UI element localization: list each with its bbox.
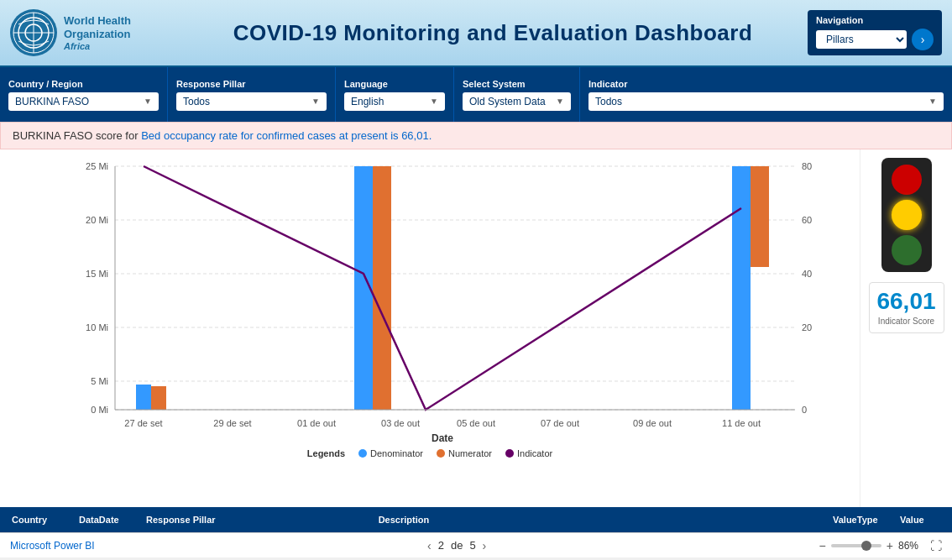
svg-text:60: 60: [802, 215, 812, 225]
nav-dropdown[interactable]: Pillars Countries Indicators: [816, 30, 907, 49]
svg-text:10 Mi: 10 Mi: [86, 322, 108, 332]
powerbi-link[interactable]: Microsoft Power BI: [10, 540, 95, 552]
select-system-group: Select System Old System Data ▼: [454, 67, 580, 122]
svg-text:0 Mi: 0 Mi: [91, 405, 108, 415]
traffic-light-green: [892, 235, 922, 265]
svg-text:05 de out: 05 de out: [457, 418, 495, 428]
svg-rect-23: [151, 386, 166, 410]
svg-text:Date: Date: [432, 432, 453, 443]
alert-prefix: BURKINA FASO score for: [13, 129, 141, 142]
svg-text:20: 20: [802, 322, 812, 332]
indicator-label: Indicator: [588, 79, 944, 89]
svg-text:29 de set: 29 de set: [213, 418, 251, 428]
select-system-value: Old System Data: [469, 96, 546, 107]
chart-area: 25 Mi 20 Mi 15 Mi 10 Mi 5 Mi 0 Mi 80 60 …: [0, 149, 860, 507]
country-region-select[interactable]: BURKINA FASO ▼: [8, 92, 159, 111]
pagination: ‹ 2 de 5 ›: [95, 539, 819, 552]
response-pillar-label: Response Pillar: [176, 79, 327, 89]
svg-rect-22: [136, 385, 151, 410]
page-next-button[interactable]: ›: [483, 539, 487, 552]
chevron-down-icon: ▼: [430, 97, 438, 106]
response-pillar-group: Response Pillar Todos ▼: [168, 67, 336, 122]
filter-bar: Country / Region BURKINA FASO ▼ Response…: [0, 67, 952, 122]
denominator-label: Denominator: [370, 448, 423, 458]
response-pillar-select[interactable]: Todos ▼: [176, 92, 327, 111]
indicator-label: Indicator: [517, 448, 552, 458]
chevron-down-icon: ▼: [144, 97, 152, 106]
zoom-out-button[interactable]: −: [819, 539, 826, 552]
svg-rect-26: [732, 166, 751, 410]
chart-svg: 25 Mi 20 Mi 15 Mi 10 Mi 5 Mi 0 Mi 80 60 …: [8, 158, 851, 443]
response-pillar-value: Todos: [183, 96, 210, 107]
org-name-line1: World Health: [64, 14, 131, 28]
org-region: Africa: [64, 41, 131, 51]
svg-text:15 Mi: 15 Mi: [86, 269, 108, 279]
svg-text:80: 80: [802, 161, 812, 171]
zoom-in-button[interactable]: +: [887, 539, 893, 552]
select-system-label: Select System: [463, 79, 571, 89]
svg-text:11 de out: 11 de out: [722, 418, 761, 428]
nav-label: Navigation: [816, 15, 934, 25]
indicator-value: Todos: [595, 96, 622, 107]
chevron-down-icon: ▼: [556, 97, 564, 106]
score-value: 66,01: [876, 290, 937, 313]
alert-link[interactable]: Bed occupancy rate for confirmed cases a…: [141, 129, 432, 142]
language-select[interactable]: English ▼: [344, 92, 445, 111]
chevron-down-icon: ▼: [311, 97, 320, 106]
svg-rect-27: [751, 166, 769, 267]
denominator-dot: [358, 449, 367, 458]
chart-legend: Legends Denominator Numerator Indicator: [8, 448, 851, 458]
table-header: Country DataDate Response Pillar Descrip…: [0, 507, 952, 532]
th-description: Description: [374, 515, 828, 525]
legend-numerator: Numerator: [437, 448, 492, 458]
svg-text:27 de set: 27 de set: [124, 418, 162, 428]
nav-arrow-button[interactable]: ›: [912, 29, 934, 50]
svg-text:20 Mi: 20 Mi: [86, 215, 108, 225]
svg-text:25 Mi: 25 Mi: [86, 161, 108, 171]
country-region-value: BURKINA FASO: [15, 96, 89, 107]
indicator-select[interactable]: Todos ▼: [588, 92, 944, 111]
language-value: English: [351, 96, 384, 107]
chevron-down-icon: ▼: [928, 97, 937, 106]
numerator-dot: [437, 449, 445, 458]
page-current: 2: [438, 539, 444, 552]
traffic-light-yellow: [892, 200, 922, 230]
who-logo: [10, 9, 57, 56]
svg-text:07 de out: 07 de out: [541, 418, 579, 428]
nav-controls: Pillars Countries Indicators ›: [816, 29, 934, 50]
page-of: de: [451, 539, 463, 552]
app-header: World Health Organization Africa COVID-1…: [0, 0, 952, 67]
alert-bar: BURKINA FASO score for Bed occupancy rat…: [0, 122, 952, 149]
expand-icon[interactable]: ⛶: [930, 539, 942, 552]
page-total: 5: [469, 539, 475, 552]
th-datadate: DataDate: [74, 515, 141, 525]
svg-text:40: 40: [802, 269, 812, 279]
svg-text:01 de out: 01 de out: [297, 418, 336, 428]
indicator-group: Indicator Todos ▼: [580, 67, 952, 122]
svg-text:0: 0: [802, 405, 807, 415]
th-value: Value: [895, 515, 945, 525]
main-content: 25 Mi 20 Mi 15 Mi 10 Mi 5 Mi 0 Mi 80 60 …: [0, 149, 952, 507]
score-box: 66,01 Indicator Score: [869, 282, 944, 333]
legend-denominator: Denominator: [358, 448, 423, 458]
navigation-box: Navigation Pillars Countries Indicators …: [808, 10, 942, 55]
legend-indicator: Indicator: [505, 448, 552, 458]
indicator-dot: [505, 449, 514, 458]
score-label: Indicator Score: [876, 317, 937, 326]
zoom-controls: − + 86% ⛶: [819, 539, 942, 552]
zoom-level: 86%: [898, 540, 918, 552]
right-panel: 66,01 Indicator Score: [860, 149, 952, 507]
language-label: Language: [344, 79, 445, 89]
select-system-select[interactable]: Old System Data ▼: [463, 92, 571, 111]
country-region-label: Country / Region: [8, 79, 159, 89]
th-country: Country: [7, 515, 74, 525]
numerator-label: Numerator: [448, 448, 492, 458]
svg-rect-25: [373, 166, 391, 410]
th-response-pillar: Response Pillar: [141, 515, 374, 525]
traffic-light-red: [892, 165, 922, 195]
logo-text: World Health Organization Africa: [64, 14, 131, 50]
logo-area: World Health Organization Africa: [10, 9, 178, 56]
legend-title: Legends: [307, 448, 345, 458]
zoom-slider[interactable]: [831, 544, 881, 547]
page-prev-button[interactable]: ‹: [427, 539, 432, 552]
